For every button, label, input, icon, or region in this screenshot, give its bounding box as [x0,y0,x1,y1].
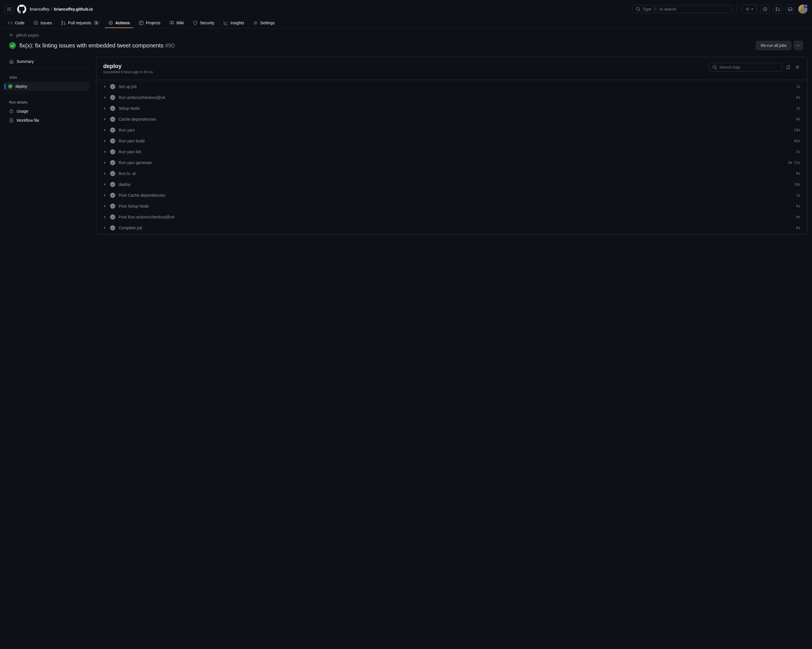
back-link[interactable]: github pages [9,33,803,37]
code-icon [8,21,12,25]
log-step[interactable]: Run yarn build 42s [96,136,807,147]
step-status-success-icon [110,138,115,144]
nav-settings-label: Settings [260,21,275,25]
create-new-button[interactable] [742,5,757,14]
log-step[interactable]: Run yarn lint 2s [96,147,807,157]
step-status-success-icon [110,84,115,89]
step-status-success-icon [110,225,115,231]
user-avatar[interactable] [798,5,807,14]
step-status-success-icon [110,160,115,165]
search-logs[interactable] [709,63,782,72]
step-time: 0s [796,204,800,208]
breadcrumb-separator: / [51,7,52,11]
pull-request-icon [775,7,780,11]
step-time: 42s [794,139,800,143]
nav-code[interactable]: Code [5,18,28,28]
nav-issues[interactable]: Issues [30,18,55,28]
sidebar-usage-label: Usage [17,109,28,113]
log-step[interactable]: Run ls -al 0s [96,168,807,179]
sidebar-rundetails-header: Run details [5,96,89,107]
hamburger-icon [7,7,11,11]
nav-insights[interactable]: Insights [220,18,247,28]
log-step[interactable]: Setup Node 1s [96,103,807,114]
step-time: 8s [796,96,800,99]
breadcrumb-owner[interactable]: briancaffey [30,7,49,11]
nav-actions[interactable]: Actions [105,18,133,28]
step-name: Run ls -al [119,171,793,176]
step-status-success-icon [110,149,115,154]
chevron-right-icon [103,226,107,230]
log-step[interactable]: Post Setup Node 0s [96,201,807,212]
step-status-success-icon [110,214,115,220]
step-status-success-icon [110,193,115,198]
caret-down-icon [751,8,753,10]
github-logo[interactable] [17,5,26,14]
step-name: Set up job [119,84,793,89]
search-suffix: to search [659,7,676,11]
log-step[interactable]: Set up job 1s [96,81,807,92]
log-step[interactable]: Run yarn generate 1m 21s [96,157,807,168]
svg-point-14 [798,45,799,46]
step-name: Run yarn generate [119,160,785,165]
sidebar-usage[interactable]: Usage [5,107,89,116]
nav-settings[interactable]: Settings [250,18,278,28]
nav-pr-label: Pull requests [68,21,91,25]
nav-wiki[interactable]: Wiki [166,18,187,28]
sidebar-summary[interactable]: Summary [5,57,89,66]
notifications-button[interactable] [786,5,795,14]
hamburger-menu-button[interactable] [5,5,14,14]
step-status-success-icon [110,128,115,133]
back-link-label: github pages [16,33,39,37]
nav-projects-label: Projects [146,21,160,25]
log-step[interactable]: deploy 18s [96,179,807,190]
nav-pull-requests[interactable]: Pull requests 1 [58,18,103,28]
chevron-right-icon [103,128,107,132]
log-step[interactable]: Run actions/checkout@v4 8s [96,92,807,103]
nav-actions-label: Actions [115,21,130,25]
svg-point-2 [776,8,777,9]
log-step[interactable]: Post Run actions/checkout@v4 0s [96,212,807,223]
global-search[interactable]: Type / to search [632,5,732,13]
shield-icon [193,21,198,25]
svg-point-15 [800,45,800,46]
run-title-text: fix(x): fix linting issues with embedded… [20,42,163,49]
rerun-all-jobs-button[interactable]: Re-run all jobs [756,41,791,50]
step-name: Cache dependencies [119,117,793,122]
svg-point-8 [61,24,63,25]
run-title: fix(x): fix linting issues with embedded… [20,42,175,49]
svg-point-12 [255,22,256,24]
step-name: Post Cache dependencies [119,193,793,197]
sidebar-job-label: deploy [15,84,27,89]
nav-security[interactable]: Security [189,18,218,28]
more-options-button[interactable] [794,41,803,50]
sidebar-workflow-file[interactable]: Workflow file [5,116,89,125]
svg-point-3 [776,10,777,11]
title-row: fix(x): fix linting issues with embedded… [9,41,803,50]
step-name: Post Setup Node [119,204,793,208]
log-step[interactable]: Run yarn 24s [96,125,807,136]
search-logs-input[interactable] [719,65,778,69]
chevron-right-icon [103,183,107,186]
refresh-logs-button[interactable] [785,64,791,70]
nav-issues-label: Issues [40,21,52,25]
nav-projects[interactable]: Projects [136,18,164,28]
play-icon [108,21,113,25]
pull-requests-button[interactable] [773,5,782,14]
sidebar-jobs-header: Jobs [5,71,89,82]
log-step[interactable]: Complete job 0s [96,223,807,233]
sidebar-divider [5,68,89,69]
header-divider [737,6,737,12]
breadcrumb-repo[interactable]: briancaffey.github.io [54,7,93,11]
graph-icon [224,21,228,25]
project-icon [139,21,143,25]
log-step[interactable]: Cache dependencies 0s [96,114,807,125]
sidebar-job-deploy[interactable]: deploy [5,82,89,91]
run-status-success-icon [9,42,16,49]
nav-insights-label: Insights [230,21,244,25]
issues-button[interactable] [760,5,770,14]
svg-point-7 [61,21,63,22]
log-step[interactable]: Post Cache dependencies 1s [96,190,807,201]
nav-code-label: Code [15,21,24,25]
log-settings-button[interactable] [795,64,800,70]
step-status-success-icon [110,203,115,209]
